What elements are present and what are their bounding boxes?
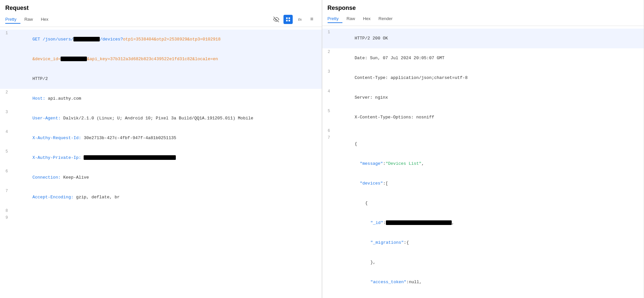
server-header: Server: nginx [355,95,388,100]
eye-slash-icon[interactable] [272,15,281,24]
line-content: "_migrations":{ [334,233,644,253]
request-header: Request Pretty Raw Hex [0,0,322,27]
request-line-2: 2 Host: api.authy.com [0,89,322,109]
method-path: GET /json/users/ [32,37,73,42]
line-number: 4 [0,128,12,148]
encoding-value: gzip, deflate, br [76,195,120,200]
useragent-header: User-Agent: [32,116,63,121]
menu-icon[interactable]: ≡ [307,15,316,24]
json-colon: :[ [383,181,388,186]
tab-pretty-response[interactable]: Pretty [328,15,343,23]
request-line-5: 5 X-Authy-Private-Ip: [0,148,322,168]
json-colon: : [383,161,386,166]
request-line-7: 7 Accept-Encoding: gzip, deflate, br [0,187,322,207]
svg-rect-4 [288,20,290,21]
line-number [322,174,334,193]
response-tab-bar: Pretty Raw Hex Render [328,15,639,23]
response-line-6: 6 [322,127,644,134]
line-number [0,49,12,69]
line-number: 1 [0,30,12,49]
line-content [334,127,644,134]
api-key-param: &api_key=37b312a3d682b823c439522e1fd31c8… [87,57,195,62]
line-content: "account_id":null, [334,292,644,298]
response-line-1: 1 HTTP/2 200 OK [322,29,644,48]
tab-pretty-request[interactable]: Pretty [5,15,20,24]
line-number [322,213,334,233]
redacted-private-ip [84,155,176,160]
private-ip-header: X-Authy-Private-Ip: [32,155,84,160]
json-comma: , [452,220,454,225]
date-header: Date: Sun, 07 Jul 2024 20:05:07 GMT [355,56,444,61]
json-colon: :null, [406,280,422,285]
tab-raw-response[interactable]: Raw [342,15,359,23]
response-line-account-id: "account_id":null, [322,292,644,298]
request-title: Request [5,5,316,12]
open-brace: { [355,141,357,146]
line-content: Host: api.authy.com [12,89,322,109]
tab-raw-request[interactable]: Raw [20,15,37,24]
line-content [12,214,322,221]
otp3-key: otp3 [190,37,200,42]
request-line-1: 1 GET /json/users/ /devices?otp1=3538404… [0,30,322,49]
host-header: Host: [32,96,48,101]
svg-rect-1 [286,17,288,19]
json-comma: , [421,161,424,166]
encoding-header: Accept-Encoding: [32,195,76,200]
response-line-4: 4 Server: nginx [322,88,644,108]
json-key-id: "_id" [370,220,383,225]
response-line-id: "_id": , [322,213,644,233]
line-number [322,154,334,174]
lines-icon[interactable]: ℓn [295,15,305,24]
devices-path: /devices? [100,37,123,42]
http-version: HTTP/2 [32,76,48,81]
line-content: "access_token":null, [334,272,644,292]
device-id-param: &device_id= [32,57,61,62]
line-content: X-Authy-Private-Ip: [12,148,322,168]
json-key-devices: "devices" [360,181,383,186]
tab-hex-response[interactable]: Hex [359,15,374,23]
json-key-message: "message" [360,161,383,166]
tab-render-response[interactable]: Render [375,15,397,23]
request-panel: Request Pretty Raw Hex [0,0,322,298]
tab-hex-request[interactable]: Hex [37,15,52,24]
line-number [322,233,334,253]
response-line-migrations-close: }, [322,253,644,272]
request-line-3: 3 User-Agent: Dalvik/2.1.0 (Linux; U; An… [0,109,322,128]
response-line-access-token: "access_token":null, [322,272,644,292]
request-toolbar: ℓn ≡ [272,15,316,24]
line-number: 7 [0,187,12,207]
line-content: X-Content-Type-Options: nosniff [334,108,644,127]
request-tab-bar: Pretty Raw Hex [5,15,316,24]
line-number: 2 [322,48,334,68]
content-type-header: Content-Type: application/json;charset=u… [355,75,468,80]
request-line-9: 9 [0,214,322,221]
response-line-obj-open: { [322,193,644,213]
line-content: HTTP/2 [12,69,322,89]
request-code-area: 1 GET /json/users/ /devices?otp1=3538404… [0,27,322,298]
response-code-area: 1 HTTP/2 200 OK 2 Date: Sun, 07 Jul 2024… [322,26,644,298]
locale-param: locale=en [195,57,218,62]
line-content: Server: nginx [334,88,644,108]
line-number [322,292,334,298]
otp2-val: =2538929& [167,37,190,42]
line-number [0,69,12,89]
line-number: 8 [0,207,12,214]
line-content: "devices":[ [334,174,644,193]
table-icon[interactable] [283,15,293,24]
redacted-device-id [61,57,87,61]
response-line-2: 2 Date: Sun, 07 Jul 2024 20:05:07 GMT [322,48,644,68]
line-content: Connection: Keep-Alive [12,168,322,187]
line-content: X-Authy-Request-Id: 30e2713b-427c-4fbf-9… [12,128,322,148]
line-content: { [334,134,644,154]
line-number: 2 [0,89,12,109]
request-line-8: 8 [0,207,322,214]
connection-value: Keep-Alive [63,175,89,180]
response-panel: Response Pretty Raw Hex Render 1 HTTP/2 … [322,0,644,298]
json-val-message: "Devices List" [386,161,421,166]
request-line-1b: &device_id= &api_key=37b312a3d682b823c43… [0,49,322,69]
json-key-migrations: "_migrations" [370,240,404,245]
line-number [322,272,334,292]
json-key-access-token: "access_token" [370,280,406,285]
request-line-1c: HTTP/2 [0,69,322,89]
line-content: User-Agent: Dalvik/2.1.0 (Linux; U; Andr… [12,109,322,128]
